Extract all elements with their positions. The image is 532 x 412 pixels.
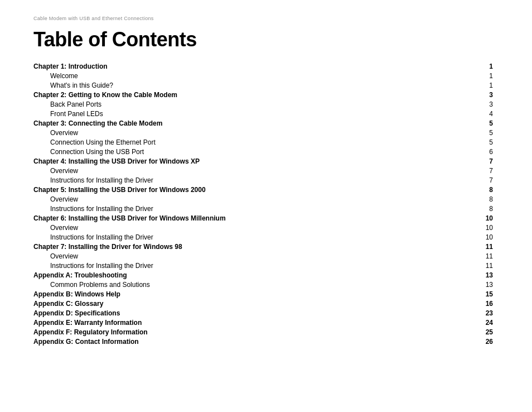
toc-row: Instructions for Installing the Driver11 — [33, 261, 499, 270]
toc-row: Connection Using the USB Port6 — [33, 147, 499, 156]
toc-entry-page: 23 — [452, 308, 499, 318]
toc-entry-text: Appendix E: Warranty Information — [33, 318, 452, 327]
toc-entry-page: 15 — [452, 289, 499, 299]
toc-entry-text: Appendix A: Troubleshooting — [33, 270, 452, 280]
toc-entry-text: Instructions for Installing the Driver — [33, 261, 452, 270]
toc-entry-page: 10 — [452, 213, 499, 223]
toc-entry-text: Common Problems and Solutions — [33, 280, 452, 289]
toc-entry-text: Appendix B: Windows Help — [33, 289, 452, 299]
toc-entry-page: 3 — [452, 90, 499, 99]
toc-entry-text: Overview — [33, 128, 452, 137]
toc-entry-page: 13 — [452, 280, 499, 289]
toc-row: Appendix A: Troubleshooting13 — [33, 270, 499, 280]
toc-entry-text: Overview — [33, 166, 452, 175]
toc-row: Appendix B: Windows Help15 — [33, 289, 499, 299]
toc-entry-text: Instructions for Installing the Driver — [33, 175, 452, 185]
toc-entry-text: Chapter 7: Installing the Driver for Win… — [33, 242, 452, 251]
toc-entry-text: Overview — [33, 223, 452, 232]
toc-entry-page: 16 — [452, 299, 499, 308]
toc-row: Appendix E: Warranty Information24 — [33, 318, 499, 327]
toc-entry-text: Connection Using the USB Port — [33, 147, 452, 156]
toc-entry-text: Overview — [33, 194, 452, 204]
toc-row: Appendix C: Glossary16 — [33, 299, 499, 308]
toc-entry-page: 7 — [452, 175, 499, 185]
toc-entry-text: Chapter 6: Installing the USB Driver for… — [33, 213, 452, 223]
toc-row: Back Panel Ports3 — [33, 99, 499, 109]
toc-row: Instructions for Installing the Driver8 — [33, 204, 499, 213]
toc-entry-text: Chapter 3: Connecting the Cable Modem — [33, 118, 452, 128]
toc-row: Instructions for Installing the Driver10 — [33, 232, 499, 242]
toc-entry-text: What's in this Guide? — [33, 80, 452, 90]
toc-entry-page: 1 — [452, 71, 499, 80]
toc-row: Overview10 — [33, 223, 499, 232]
toc-entry-text: Appendix G: Contact Information — [33, 337, 452, 346]
toc-row: Chapter 1: Introduction1 — [33, 61, 499, 71]
toc-entry-text: Instructions for Installing the Driver — [33, 232, 452, 242]
toc-entry-text: Appendix F: Regulatory Information — [33, 327, 452, 337]
toc-table: Chapter 1: Introduction1Welcome1What's i… — [33, 61, 499, 346]
toc-entry-page: 7 — [452, 166, 499, 175]
toc-row: Chapter 6: Installing the USB Driver for… — [33, 213, 499, 223]
toc-row: Overview8 — [33, 194, 499, 204]
toc-entry-text: Chapter 5: Installing the USB Driver for… — [33, 185, 452, 194]
toc-entry-page: 5 — [452, 128, 499, 137]
page: Cable Modem with USB and Ethernet Connec… — [0, 0, 532, 412]
toc-row: Welcome1 — [33, 71, 499, 80]
toc-row: Front Panel LEDs4 — [33, 109, 499, 118]
toc-entry-text: Instructions for Installing the Driver — [33, 204, 452, 213]
toc-row: Appendix G: Contact Information26 — [33, 337, 499, 346]
toc-entry-page: 10 — [452, 232, 499, 242]
toc-entry-page: 7 — [452, 156, 499, 166]
toc-row: Overview7 — [33, 166, 499, 175]
toc-entry-page: 8 — [452, 204, 499, 213]
toc-entry-text: Overview — [33, 251, 452, 261]
toc-entry-text: Chapter 2: Getting to Know the Cable Mod… — [33, 90, 452, 99]
toc-row: Appendix D: Specifications23 — [33, 308, 499, 318]
toc-entry-text: Front Panel LEDs — [33, 109, 452, 118]
toc-entry-text: Appendix C: Glossary — [33, 299, 452, 308]
toc-row: Common Problems and Solutions13 — [33, 280, 499, 289]
toc-entry-text: Chapter 4: Installing the USB Driver for… — [33, 156, 452, 166]
toc-entry-text: Welcome — [33, 71, 452, 80]
toc-entry-page: 25 — [452, 327, 499, 337]
toc-entry-page: 1 — [452, 61, 499, 71]
toc-entry-page: 26 — [452, 337, 499, 346]
toc-entry-page: 11 — [452, 261, 499, 270]
toc-entry-page: 11 — [452, 242, 499, 251]
toc-entry-page: 6 — [452, 147, 499, 156]
toc-row: Chapter 2: Getting to Know the Cable Mod… — [33, 90, 499, 99]
toc-entry-page: 1 — [452, 80, 499, 90]
toc-title: Table of Contents — [33, 28, 499, 51]
toc-row: Overview11 — [33, 251, 499, 261]
toc-row: Chapter 5: Installing the USB Driver for… — [33, 185, 499, 194]
toc-row: Connection Using the Ethernet Port5 — [33, 137, 499, 147]
toc-row: Chapter 3: Connecting the Cable Modem5 — [33, 118, 499, 128]
toc-entry-page: 3 — [452, 99, 499, 109]
toc-entry-page: 8 — [452, 185, 499, 194]
toc-entry-page: 8 — [452, 194, 499, 204]
toc-row: Overview5 — [33, 128, 499, 137]
toc-entry-page: 13 — [452, 270, 499, 280]
toc-entry-page: 10 — [452, 223, 499, 232]
toc-entry-page: 5 — [452, 118, 499, 128]
toc-row: Instructions for Installing the Driver7 — [33, 175, 499, 185]
toc-entry-text: Connection Using the Ethernet Port — [33, 137, 452, 147]
toc-entry-text: Back Panel Ports — [33, 99, 452, 109]
toc-row: Appendix F: Regulatory Information25 — [33, 327, 499, 337]
toc-entry-page: 24 — [452, 318, 499, 327]
toc-row: Chapter 7: Installing the Driver for Win… — [33, 242, 499, 251]
toc-entry-text: Appendix D: Specifications — [33, 308, 452, 318]
toc-entry-page: 11 — [452, 251, 499, 261]
toc-row: Chapter 4: Installing the USB Driver for… — [33, 156, 499, 166]
toc-entry-page: 5 — [452, 137, 499, 147]
toc-entry-text: Chapter 1: Introduction — [33, 61, 452, 71]
document-header: Cable Modem with USB and Ethernet Connec… — [33, 16, 499, 21]
toc-row: What's in this Guide?1 — [33, 80, 499, 90]
toc-entry-page: 4 — [452, 109, 499, 118]
